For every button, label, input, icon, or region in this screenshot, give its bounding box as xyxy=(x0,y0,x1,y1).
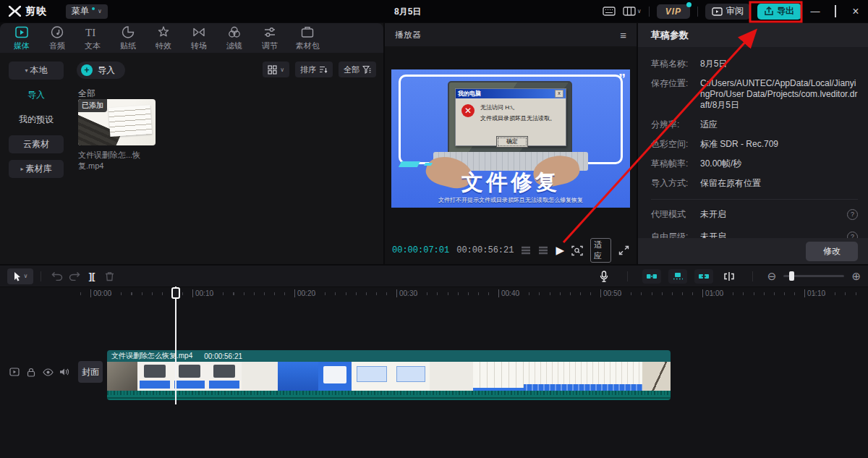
playhead-handle[interactable] xyxy=(171,287,180,299)
tab-label: 滤镜 xyxy=(226,41,242,51)
play-button[interactable]: ▶ xyxy=(556,244,564,257)
import-media-button[interactable]: + 导入 xyxy=(77,62,125,79)
player-title: 播放器 xyxy=(395,29,421,41)
delete-icon[interactable] xyxy=(101,271,118,281)
filmstrip-frame xyxy=(430,362,473,391)
info-icon[interactable]: ? xyxy=(847,209,858,220)
playhead[interactable] xyxy=(175,287,176,404)
teal-decoration xyxy=(399,161,420,167)
preview-quality-icon[interactable] xyxy=(571,245,583,256)
tab-audio[interactable]: 音频 xyxy=(43,25,72,51)
fit-button[interactable]: 适应 xyxy=(590,238,611,263)
record-voiceover-icon[interactable] xyxy=(595,271,613,282)
ruler-label: 01:10 xyxy=(804,289,825,297)
keyboard-shortcuts-icon[interactable] xyxy=(603,7,616,16)
draft-row-name: 草稿名称: 8月5日 xyxy=(651,59,858,69)
tab-template-pack[interactable]: 素材包 xyxy=(291,25,324,51)
tab-label: 转场 xyxy=(191,41,207,51)
view-mode-button[interactable]: ∨ xyxy=(263,62,289,77)
plus-icon: + xyxy=(81,64,93,76)
export-button[interactable]: 导出 xyxy=(757,4,801,20)
zoom-slider-handle[interactable] xyxy=(789,271,794,281)
filmstrip-frame xyxy=(242,362,278,391)
media-filename: 文件误删除怎...恢复.mp4 xyxy=(78,150,156,171)
row-label: 草稿名称: xyxy=(651,59,700,69)
linkage-icon[interactable] xyxy=(694,269,713,284)
layout-switch-icon[interactable]: ∨ xyxy=(623,7,642,16)
row-value: 未开启 xyxy=(700,208,726,221)
restore-icon xyxy=(835,5,836,17)
tab-adjust[interactable]: 调节 xyxy=(255,25,284,51)
modify-button[interactable]: 修改 xyxy=(806,242,858,261)
sidebar-item-label: 素材库 xyxy=(26,163,52,175)
review-icon xyxy=(712,7,723,16)
main-track-magnet-icon[interactable] xyxy=(642,269,661,284)
draft-panel-footer: 修改 xyxy=(638,238,868,264)
tab-media[interactable]: 媒体 xyxy=(7,25,36,51)
review-button[interactable]: 审阅 xyxy=(705,4,750,20)
zoom-in-icon[interactable]: ⊕ xyxy=(851,270,861,283)
tab-filters[interactable]: 滤镜 xyxy=(220,25,249,51)
sidebar-item-local[interactable]: ▾ 本地 xyxy=(9,62,64,80)
tab-label: 特效 xyxy=(156,41,171,51)
export-icon xyxy=(765,7,773,16)
preview-axis-icon[interactable] xyxy=(720,272,738,281)
tab-text[interactable]: TI 文本 xyxy=(78,25,107,51)
divider xyxy=(41,271,41,281)
filter-all-button[interactable]: 全部 xyxy=(339,62,376,77)
redo-icon[interactable] xyxy=(66,271,83,281)
filmstrip-frame xyxy=(473,362,524,391)
chevron-down-icon: ∨ xyxy=(98,8,102,14)
player-menu-icon[interactable]: ≡ xyxy=(620,29,626,41)
hide-track-icon[interactable] xyxy=(42,366,54,378)
lock-track-icon[interactable] xyxy=(25,366,37,378)
draft-row-resolution: 分辨率: 适应 xyxy=(651,119,858,130)
filmstrip-frame xyxy=(207,362,242,391)
media-card[interactable]: 已添加 文件误删除怎...恢复.mp4 xyxy=(78,99,156,171)
video-canvas: ” 我的电脑 x ✕ 无法访问 H:\。 文件或目录损坏且无法读取。 确定 文件… xyxy=(391,69,630,208)
row-label: 代理模式 xyxy=(651,208,700,221)
menu-button[interactable]: 菜单 ∨ xyxy=(66,4,108,19)
tab-label: 贴纸 xyxy=(120,41,136,51)
tab-effects[interactable]: 特效 xyxy=(149,25,178,51)
chevron-down-icon: ∨ xyxy=(24,273,28,279)
tab-transition[interactable]: 转场 xyxy=(184,25,213,51)
filter-icon xyxy=(362,65,371,74)
mute-track-icon[interactable] xyxy=(59,366,70,378)
timeline-ruler[interactable]: 00:00 00:10 00:20 00:30 00:40 00:50 01:0… xyxy=(0,287,868,300)
prev-frame-icon[interactable] xyxy=(521,246,531,255)
sidebar-item-label: 云素材 xyxy=(23,138,49,150)
sidebar-item-cloud[interactable]: 云素材 xyxy=(9,135,64,153)
row-value: 8月5日 xyxy=(700,59,858,69)
chevron-right-icon: ▸ xyxy=(20,166,23,172)
restore-button[interactable] xyxy=(829,6,842,17)
minimize-button[interactable]: — xyxy=(809,6,822,17)
vip-button[interactable]: VIP xyxy=(657,4,690,19)
draft-row-location: 保存位置: C:/Users/AUNTEC/AppData/Local/Jian… xyxy=(651,78,858,111)
tab-sticker[interactable]: 贴纸 xyxy=(114,25,142,51)
ruler-label: 00:00 xyxy=(90,289,111,297)
player-controls: 00:00:07:01 00:00:56:21 ▶ 适应 xyxy=(385,241,637,260)
cover-button[interactable]: 封面 xyxy=(78,361,103,383)
fullscreen-icon[interactable] xyxy=(618,245,629,255)
sort-button[interactable]: 排序 xyxy=(295,62,333,77)
next-frame-icon[interactable] xyxy=(538,246,548,255)
sidebar-item-stock[interactable]: ▸ 素材库 xyxy=(9,160,64,178)
select-tool-button[interactable]: ∨ xyxy=(7,268,33,284)
auto-snap-icon[interactable] xyxy=(668,269,687,284)
close-button[interactable]: × xyxy=(849,5,862,18)
video-clip[interactable]: 文件误删除怎么恢复.mp4 00:00:56:21 xyxy=(107,350,671,400)
undo-icon[interactable] xyxy=(48,271,66,281)
sidebar-item-presets[interactable]: 我的预设 xyxy=(9,111,64,129)
sidebar-item-label: 导入 xyxy=(27,89,45,101)
zoom-out-icon[interactable]: ⊖ xyxy=(767,270,777,283)
sidebar-item-import[interactable]: 导入 xyxy=(9,86,64,104)
tab-label: 文本 xyxy=(85,41,101,51)
total-timecode: 00:00:56:21 xyxy=(456,245,514,255)
split-icon[interactable]: ][ xyxy=(83,271,101,281)
added-badge: 已添加 xyxy=(78,99,107,112)
timeline-zoom-slider[interactable] xyxy=(783,275,844,277)
ruler-label: 00:50 xyxy=(600,289,621,297)
timeline-panel: ∨ ][ xyxy=(0,266,868,458)
timeline-toolbar: ∨ ][ xyxy=(0,266,868,287)
